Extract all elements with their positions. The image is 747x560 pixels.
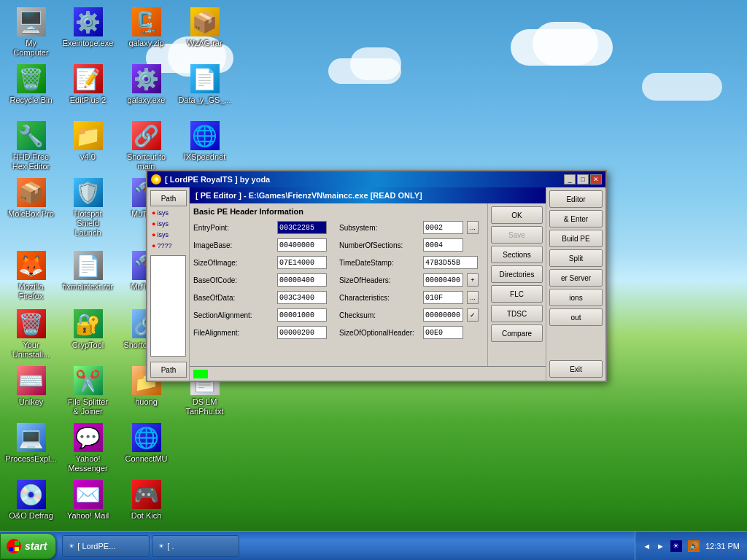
icon-data-y-gs[interactable]: 📄 Data_y_GS_...	[177, 61, 232, 109]
tree-dot-4: ●	[152, 242, 155, 249]
icon-fixmain[interactable]: 📄 fixmaintext.rar	[61, 247, 115, 295]
sectionalign-input[interactable]	[277, 308, 327, 322]
icon-galaxy-exe[interactable]: ⚙️ galaxy.exe	[119, 61, 174, 109]
subsystem-dots-btn[interactable]: ...	[467, 221, 479, 234]
lordpe-icon: ☀	[151, 174, 161, 184]
lordpe-minimize-btn[interactable]: _	[564, 174, 576, 184]
unikey-label: Unikey	[19, 397, 44, 407]
path-button-bottom[interactable]: Path	[150, 362, 187, 378]
hotspot-label: Hotspot Shield Launch	[64, 209, 112, 238]
firefox-icon: 🦊	[17, 251, 46, 280]
lordpe-maximize-btn[interactable]: □	[577, 174, 589, 184]
icon-hhd-hex[interactable]: 🔧 HHD Free Hex Editor	[4, 117, 58, 175]
ok-button[interactable]: OK	[491, 206, 543, 224]
editor-button[interactable]: Editor	[549, 190, 603, 208]
icon-cryptool[interactable]: 🔐 CrypTool	[61, 306, 115, 354]
firefox-label: Mozilla Firefox	[7, 282, 55, 301]
icon-yahoo-mail[interactable]: ✉️ Yahoo! Mail	[61, 476, 115, 524]
taskbar-lordpe-icon: ☀	[69, 542, 74, 550]
lordpe-title-left: ☀ [ LordPE RoyalTS ] by yoda	[151, 174, 270, 184]
compare-button[interactable]: Compare	[491, 324, 543, 342]
sizeofimage-input[interactable]	[277, 256, 327, 269]
checksum-input[interactable]	[423, 308, 463, 322]
sectionalign-row: SectionAlignment:	[193, 307, 338, 323]
icon-wzag-rar[interactable]: 📦 WzAG.rar	[177, 4, 232, 52]
icon-oando[interactable]: 💿 O&O Defrag	[4, 476, 58, 524]
split-button[interactable]: Split	[549, 249, 603, 267]
baseofdata-row: BaseOfData:	[193, 289, 338, 306]
icon-hotspot[interactable]: 🛡️ Hotspot Shield Launch	[61, 174, 115, 242]
icon-ixspeednet[interactable]: 🌐 IXSpeednet	[177, 117, 232, 166]
tree-item-4[interactable]: ● ????	[150, 241, 186, 250]
tdsc-button[interactable]: TDSC	[491, 305, 543, 322]
ions-button[interactable]: ions	[549, 289, 603, 306]
tree-item-1[interactable]: ● isys	[150, 209, 186, 217]
icon-connectmu[interactable]: 🌐 ConnectMU	[119, 419, 174, 467]
subsystem-input[interactable]	[423, 221, 463, 234]
tree-item-3[interactable]: ● isys	[150, 230, 186, 239]
imagebase-input[interactable]	[277, 238, 327, 252]
checksum-check-btn[interactable]: ✓	[467, 308, 479, 322]
exit-button[interactable]: Exit	[549, 360, 603, 378]
characteristics-label: Characteristics:	[339, 294, 419, 302]
form-right-col: Subsystem: ... NumberOfSections:	[339, 219, 484, 341]
taskbar-tray: ◄ ► ☀ 🔊 12:31 PM	[635, 532, 747, 560]
taskbar-item-lordpe[interactable]: ☀ [ LordPE...	[62, 535, 150, 557]
sections-button[interactable]: Sections	[491, 246, 543, 263]
tray-icon-1: ☀	[670, 540, 682, 552]
icon-exeintope[interactable]: ⚙️ Exeintope.exe	[61, 4, 115, 52]
path-button-top[interactable]: Path	[150, 190, 187, 206]
data-y-gs-label: Data_y_GS_...	[178, 96, 231, 105]
tree-dot-3: ●	[152, 231, 155, 238]
icon-unikey[interactable]: ⌨️ Unikey	[4, 362, 58, 411]
entrypoint-input[interactable]	[277, 221, 327, 234]
timedatestamp-input[interactable]	[423, 256, 478, 269]
icon-recycle-bin[interactable]: 🗑️ Recycle Bin	[4, 61, 58, 109]
icon-firefox[interactable]: 🦊 Mozilla Firefox	[4, 247, 58, 305]
icon-yahoo-msg[interactable]: 💬 Yahoo! Messenger	[61, 419, 115, 477]
tray-arrow-right[interactable]: ►	[657, 542, 665, 551]
icon-molebox[interactable]: 📦 MoleBox Pro	[4, 174, 58, 222]
server-button[interactable]: er Server	[549, 269, 603, 287]
icon-galaxy-zip[interactable]: 🗜️ galaxy.zip	[119, 4, 174, 52]
icon-uninstall[interactable]: 🗑️ Your Uninstall...	[4, 306, 58, 363]
out-button[interactable]: out	[549, 308, 603, 326]
checksum-row: Checksum: ✓	[339, 307, 484, 323]
oando-icon: 💿	[17, 480, 46, 509]
icon-shortcut-main[interactable]: 🔗 Shortcut to main	[119, 117, 174, 175]
directories-button[interactable]: Directories	[491, 265, 543, 283]
build-pe-button[interactable]: Build PE	[549, 230, 603, 247]
tree-scroll[interactable]	[150, 255, 186, 357]
taskbar-item-second[interactable]: ☀ [ .	[152, 535, 239, 557]
tree-item-2[interactable]: ● isys	[150, 219, 186, 228]
baseofcode-input[interactable]	[277, 273, 327, 287]
icon-my-computer[interactable]: 🖥️ My Computer	[4, 4, 58, 61]
lordpe-close-btn[interactable]: ✕	[590, 174, 602, 184]
save-button[interactable]: Save	[491, 226, 543, 244]
tray-icon-2: 🔊	[688, 540, 700, 552]
filealign-input[interactable]	[277, 326, 327, 339]
lordpe-spacer	[549, 328, 603, 358]
sizeofheaders-dots-btn[interactable]: +	[467, 273, 479, 287]
tray-clock: 12:31 PM	[705, 542, 740, 551]
oando-label: O&O Defrag	[9, 511, 53, 521]
icon-v40[interactable]: 📁 v4.0	[61, 117, 115, 166]
tray-arrow-left[interactable]: ◄	[643, 542, 651, 551]
sizeofheaders-input[interactable]	[423, 273, 463, 287]
numsections-input[interactable]	[423, 238, 463, 252]
icon-filesplitter[interactable]: ✂️ File Splitter & Joiner	[61, 362, 115, 420]
baseofdata-input[interactable]	[277, 291, 327, 304]
enter-button[interactable]: & Enter	[549, 210, 603, 228]
icon-editplus2[interactable]: 📝 EditPlus 2	[61, 61, 115, 109]
start-button[interactable]: start	[0, 533, 56, 559]
icon-processexp[interactable]: 💻 ProcessExpl...	[4, 419, 58, 467]
characteristics-dots-btn[interactable]: ...	[467, 291, 479, 304]
icon-dotkich[interactable]: 🎮 Dot Kich	[119, 476, 174, 524]
svg-rect-3	[15, 547, 19, 551]
flc-button[interactable]: FLC	[491, 285, 543, 303]
sizeofopthdr-input[interactable]	[423, 326, 463, 339]
characteristics-input[interactable]	[423, 291, 463, 304]
galaxy-exe-icon: ⚙️	[132, 64, 161, 93]
molebox-icon: 📦	[17, 178, 46, 207]
ds-lm-label: DS LM TanPhu.txt	[181, 397, 228, 416]
